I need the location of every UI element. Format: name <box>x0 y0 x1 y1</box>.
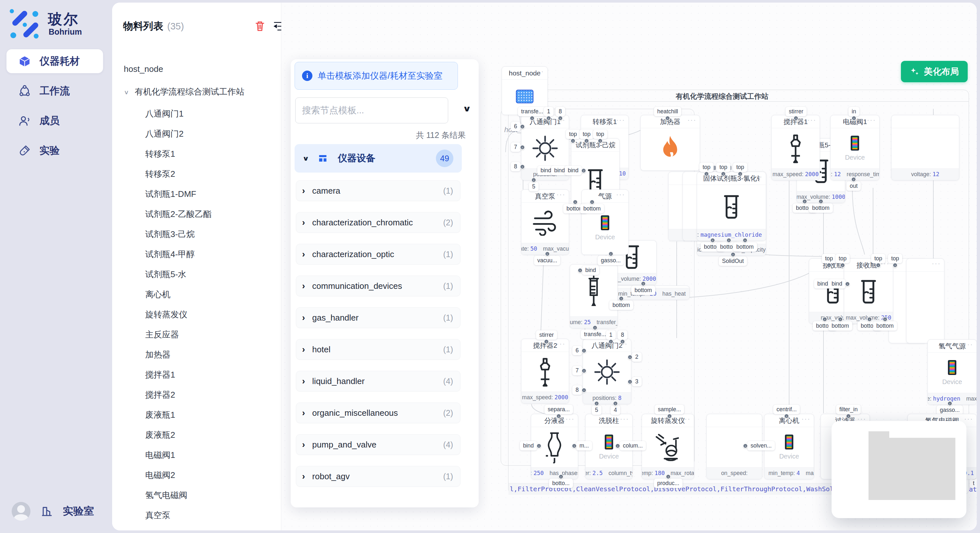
node-menu-icon[interactable]: ··· <box>535 67 544 76</box>
port-2[interactable]: 2› <box>632 352 642 362</box>
port-dot-icon[interactable]: › <box>615 443 620 449</box>
port-dot-icon[interactable]: › <box>590 200 595 205</box>
tree-item-19[interactable]: 氢气电磁阀 <box>145 490 187 501</box>
port-bind[interactable]: bind› <box>565 166 582 175</box>
sidebar-item-1[interactable]: 工作流 <box>6 79 103 103</box>
port-bottom[interactable]: bottom› <box>873 321 897 331</box>
port-dot-icon[interactable]: › <box>947 401 953 406</box>
port-dot-icon[interactable]: › <box>721 171 726 176</box>
port-bind[interactable]: bind› <box>828 279 845 289</box>
port-dot-icon[interactable]: › <box>545 251 550 257</box>
port-dot-icon[interactable]: › <box>838 317 843 322</box>
port-filter_in[interactable]: filter_in› <box>836 405 861 414</box>
node-真空泵[interactable]: 真空泵···pump_rate: 50max_vacuum: 0.1 <box>521 189 569 255</box>
tree-item-1[interactable]: 八通阀门2 <box>145 128 183 140</box>
node-加热器[interactable]: 加热器··· <box>640 115 700 171</box>
node-menu-icon[interactable]: ··· <box>681 415 690 423</box>
port-bind[interactable]: bind› <box>582 265 599 275</box>
port-dot-icon[interactable]: › <box>608 251 614 257</box>
port-5[interactable]: 5› <box>529 182 539 191</box>
node-menu-icon[interactable]: ··· <box>964 340 973 349</box>
tree-item-7[interactable]: 试剂瓶4-甲醇 <box>145 249 195 260</box>
port-dot-icon[interactable]: › <box>544 339 549 344</box>
node-card-21[interactable]: ··· <box>906 259 944 343</box>
port-top[interactable]: top› <box>716 163 730 172</box>
tree-item-13[interactable]: 搅拌器1 <box>145 369 175 381</box>
port-dot-icon[interactable]: › <box>892 263 898 268</box>
port-gasso[interactable]: gasso...› <box>598 256 624 265</box>
port-dot-icon[interactable]: › <box>627 379 633 384</box>
port-gasso[interactable]: gasso...› <box>937 405 963 415</box>
template-item-characterization_optic[interactable]: ›characterization_optic(1) <box>296 244 460 265</box>
node-接收瓶3[interactable]: 接收瓶3···max_volume: 250 <box>844 259 893 324</box>
port-dot-icon[interactable]: › <box>665 116 670 121</box>
port-7[interactable]: 7› <box>572 366 582 375</box>
tree-item-10[interactable]: 旋转蒸发仪 <box>145 309 187 320</box>
port-dot-icon[interactable]: › <box>704 171 709 176</box>
port-top[interactable]: top› <box>593 130 607 139</box>
port-dot-icon[interactable]: › <box>876 263 881 268</box>
port-transfe[interactable]: transfe...› <box>581 330 609 339</box>
template-item-organic_miscellaneous[interactable]: ›organic_miscellaneous(2) <box>296 403 460 423</box>
port-dot-icon[interactable]: › <box>558 474 563 479</box>
tree-item-4[interactable]: 试剂瓶1-DMF <box>145 189 196 200</box>
port-dot-icon[interactable]: › <box>520 124 525 129</box>
port-dot-icon[interactable]: › <box>627 355 633 360</box>
port-centrif[interactable]: centrif...› <box>773 405 800 414</box>
port-top[interactable]: top› <box>822 254 836 263</box>
node-固体试剂瓶3-氯化镁[interactable]: 固体试剂瓶3-氯化镁···agent: magnesium_chlorideph… <box>697 171 766 241</box>
node-气源[interactable]: 气源···Device <box>581 189 629 255</box>
port-8[interactable]: 8› <box>555 107 565 116</box>
port-dot-icon[interactable]: › <box>867 317 872 322</box>
tree-root[interactable]: host_node <box>124 64 163 74</box>
port-8[interactable]: 8› <box>572 385 582 395</box>
port-bottom[interactable]: bottom› <box>828 321 852 331</box>
tree-group[interactable]: ∨有机化学流程综合测试工作站 <box>124 86 244 97</box>
port-7[interactable]: 7› <box>511 143 520 152</box>
port-dot-icon[interactable]: › <box>598 138 603 143</box>
port-4[interactable]: 4› <box>611 405 620 415</box>
port-out[interactable]: out› <box>846 181 861 191</box>
port-dot-icon[interactable]: › <box>613 401 618 406</box>
port-colum[interactable]: colum...› <box>620 441 646 451</box>
node-八通阀门2[interactable]: 八通阀门2···positions: 8 <box>583 339 631 404</box>
port-dot-icon[interactable]: › <box>570 138 576 143</box>
port-dot-icon[interactable]: › <box>584 138 589 143</box>
port-dot-icon[interactable]: › <box>802 199 807 204</box>
port-1[interactable]: 1› <box>544 107 554 116</box>
port-dot-icon[interactable]: › <box>743 238 748 243</box>
port-dot-icon[interactable]: › <box>840 263 845 268</box>
port-bottom[interactable]: bottom› <box>733 242 757 252</box>
tree-item-2[interactable]: 转移泵1 <box>145 148 175 160</box>
port-dot-icon[interactable]: › <box>594 401 599 406</box>
port-dot-icon[interactable]: › <box>619 296 624 301</box>
sidebar-item-3[interactable]: 实验 <box>6 139 103 163</box>
chevron-down-icon[interactable]: ∨ <box>463 104 471 113</box>
port-dot-icon[interactable]: › <box>738 171 743 176</box>
port-dot-icon[interactable]: › <box>641 281 646 286</box>
node-menu-icon[interactable]: ··· <box>754 173 762 181</box>
node-氢气气源[interactable]: 氢气气源···Device_type: hydrogenmax_pre <box>928 339 977 405</box>
port-8[interactable]: 8› <box>511 162 520 171</box>
node-menu-icon[interactable]: ··· <box>557 190 565 199</box>
template-item-communication_devices[interactable]: ›communication_devices(1) <box>296 276 460 296</box>
port-heatchill[interactable]: heatchill› <box>654 107 681 116</box>
port-m[interactable]: m...› <box>576 441 592 451</box>
port-3[interactable]: 3› <box>632 377 642 386</box>
port-6[interactable]: 6› <box>511 122 520 131</box>
template-item-robot_agv[interactable]: ›robot_agv(1) <box>296 466 460 487</box>
port-dot-icon[interactable]: › <box>581 168 586 173</box>
node-menu-icon[interactable]: ··· <box>807 116 816 124</box>
port-dot-icon[interactable]: › <box>846 414 851 419</box>
port-dot-icon[interactable]: › <box>845 281 850 287</box>
port-bottom[interactable]: bottom› <box>609 300 633 310</box>
port-top[interactable]: top› <box>888 254 902 263</box>
port-stirrer[interactable]: stirrer› <box>786 107 807 116</box>
template-item-camera[interactable]: ›camera(1) <box>296 180 460 201</box>
port-6[interactable]: 6› <box>572 346 582 355</box>
trash-icon[interactable] <box>255 21 265 32</box>
port-top[interactable]: top› <box>871 254 885 263</box>
port-dot-icon[interactable]: › <box>730 252 736 257</box>
port-dot-icon[interactable]: › <box>572 443 577 449</box>
port-dot-icon[interactable]: › <box>666 474 671 479</box>
